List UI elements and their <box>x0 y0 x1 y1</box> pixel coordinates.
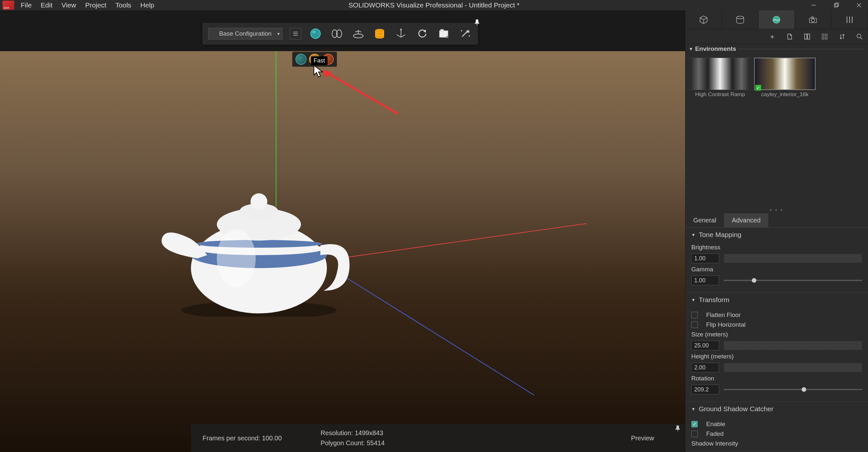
render-mode-button[interactable] <box>308 27 323 41</box>
gamma-label: Gamma <box>691 266 862 273</box>
svg-point-25 <box>469 35 470 37</box>
svg-point-36 <box>217 229 256 288</box>
height-label: Height (meters) <box>691 353 862 360</box>
pin-icon[interactable] <box>473 19 480 26</box>
selection-tool-button[interactable] <box>330 27 344 41</box>
file-icon[interactable] <box>785 32 794 41</box>
axis-button[interactable] <box>394 27 408 41</box>
environment-item[interactable]: ✓ cayley_interior_16k <box>754 58 815 98</box>
transform-label: Transform <box>699 296 730 304</box>
rotation-input[interactable]: 209.2 <box>691 385 719 394</box>
tone-mapping-label: Tone Mapping <box>699 231 741 239</box>
menu-view[interactable]: View <box>61 1 76 9</box>
search-icon[interactable] <box>855 32 864 41</box>
tab-general[interactable]: General <box>685 213 724 227</box>
panel-category-tabs <box>685 10 868 29</box>
tooltip-fast: Fast <box>311 56 328 65</box>
chevron-down-icon: ▼ <box>691 298 695 302</box>
environment-item[interactable]: High Contrast Ramp <box>689 58 751 98</box>
height-input[interactable]: 2.00 <box>691 363 719 372</box>
environment-thumbnails: High Contrast Ramp ✓ cayley_interior_16k <box>685 54 868 102</box>
size-input[interactable]: 25.00 <box>691 341 719 350</box>
tab-appearances[interactable] <box>722 10 758 29</box>
shadow-faded-label: Faded <box>706 430 724 438</box>
render-mode-flyout: Fast <box>292 52 337 67</box>
tab-scenes[interactable] <box>758 10 795 29</box>
environments-header[interactable]: ▼ Environments <box>685 44 868 54</box>
rotation-label: Rotation <box>691 375 862 382</box>
menu-bar: File Edit View Project Tools Help <box>21 1 154 9</box>
svg-line-16 <box>397 35 401 37</box>
magic-wand-button[interactable] <box>458 27 472 41</box>
status-pin-icon[interactable] <box>674 425 681 432</box>
shadow-section: ▼ Ground Shadow Catcher ✓ Enable Faded S… <box>685 402 868 452</box>
tone-mapping-header[interactable]: ▼ Tone Mapping <box>685 228 868 242</box>
shadow-header[interactable]: ▼ Ground Shadow Catcher <box>685 402 868 416</box>
environment-thumbnail-image <box>754 58 815 90</box>
svg-rect-47 <box>822 34 824 36</box>
panel-action-bar: ＋ <box>685 29 868 44</box>
sort-icon[interactable] <box>838 32 847 41</box>
turntable-button[interactable] <box>351 27 365 41</box>
snapshot-button[interactable] <box>437 27 451 41</box>
gamma-slider[interactable] <box>724 275 862 285</box>
menu-file[interactable]: File <box>21 1 32 9</box>
shadow-faded-checkbox[interactable] <box>691 431 698 437</box>
grid-view-icon[interactable] <box>820 32 829 41</box>
resolution-readout: Resolution: 1499x843 <box>321 429 385 437</box>
tab-models[interactable] <box>685 10 722 29</box>
flip-horizontal-checkbox[interactable] <box>691 322 698 328</box>
rotation-slider[interactable] <box>724 385 862 394</box>
fps-readout: Frames per second: 100.00 <box>203 434 282 442</box>
shadow-enable-label: Enable <box>706 421 725 428</box>
transform-section: ▼ Transform Flatten Floor Flip Horizonta… <box>685 293 868 402</box>
size-slider[interactable] <box>724 341 862 350</box>
database-button[interactable] <box>373 27 387 41</box>
resize-handle[interactable]: • • • <box>685 207 868 213</box>
height-slider[interactable] <box>724 363 862 372</box>
svg-line-52 <box>861 37 862 39</box>
axis-z-icon <box>336 271 534 395</box>
gamma-input[interactable]: 1.00 <box>691 275 719 285</box>
configuration-dropdown[interactable]: Base Configuration <box>208 28 282 39</box>
3d-viewport[interactable] <box>0 51 685 452</box>
chevron-down-icon: ▼ <box>691 233 695 237</box>
brightness-slider[interactable] <box>724 253 862 263</box>
minimize-button[interactable] <box>807 1 820 10</box>
tab-libraries[interactable] <box>831 10 868 29</box>
svg-point-12 <box>353 34 363 38</box>
menu-tools[interactable]: Tools <box>116 1 131 9</box>
shadow-enable-checkbox[interactable]: ✓ <box>691 421 698 427</box>
flip-horizontal-label: Flip Horizontal <box>706 321 745 328</box>
properties-panel: ＋ ▼ Environments Hig <box>685 10 868 452</box>
chevron-down-icon: ▼ <box>691 407 695 412</box>
render-mode-preview[interactable] <box>296 54 307 65</box>
brightness-input[interactable]: 1.00 <box>691 253 719 263</box>
polycount-readout: Polygon Count: 55414 <box>321 440 385 447</box>
window-controls <box>807 1 865 10</box>
tone-mapping-section: ▼ Tone Mapping Brightness 1.00 Gamma 1.0… <box>685 228 868 293</box>
menu-edit[interactable]: Edit <box>41 1 53 9</box>
render-mode-status: Preview <box>631 434 654 442</box>
configuration-list-button[interactable] <box>290 28 301 39</box>
tab-cameras[interactable] <box>795 10 831 29</box>
svg-point-8 <box>311 29 320 38</box>
svg-rect-2 <box>835 3 839 6</box>
close-button[interactable] <box>852 1 865 10</box>
svg-rect-1 <box>834 4 838 7</box>
add-icon[interactable]: ＋ <box>768 32 777 41</box>
menu-help[interactable]: Help <box>141 1 154 9</box>
svg-point-32 <box>196 240 322 248</box>
environment-thumbnail-image <box>689 58 751 90</box>
maximize-button[interactable] <box>830 1 843 10</box>
refresh-button[interactable] <box>415 27 430 41</box>
flatten-floor-checkbox[interactable] <box>691 312 698 318</box>
tab-advanced[interactable]: Advanced <box>724 213 768 227</box>
split-view-icon[interactable] <box>803 32 812 41</box>
transform-header[interactable]: ▼ Transform <box>685 293 868 307</box>
configuration-label: Base Configuration <box>219 30 272 37</box>
teapot-model <box>159 174 359 317</box>
menu-project[interactable]: Project <box>85 1 106 9</box>
svg-rect-50 <box>825 37 827 39</box>
axis-x-icon <box>337 223 587 259</box>
